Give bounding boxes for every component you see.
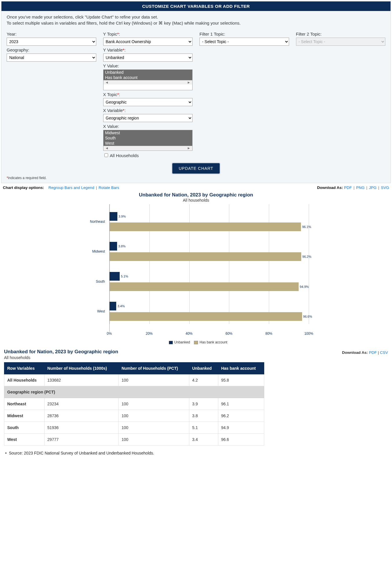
- column-year-geo: Year: 2023 Geography: National: [7, 30, 96, 158]
- chart-category-label: Northeast: [84, 207, 107, 237]
- table-row: West297771003.496.6: [4, 434, 264, 446]
- xvalue-multiselect[interactable]: MidwestSouthWest◄►: [103, 130, 193, 151]
- legend-label: Unbanked: [174, 340, 190, 344]
- rotate-link[interactable]: Rotate Bars: [99, 185, 119, 190]
- table-row: South519361005.194.9: [4, 422, 264, 434]
- chart-bar-value: 96.2%: [302, 255, 311, 258]
- chart-legend: UnbankedHas bank account: [3, 340, 389, 344]
- chart-subtitle: All households: [3, 198, 389, 203]
- data-table: Row VariablesNumber of Households (1000s…: [4, 362, 264, 446]
- table-subtitle: All households: [4, 355, 388, 360]
- yvariable-select[interactable]: Unbanked: [103, 54, 193, 62]
- multiselect-option[interactable]: Has bank account: [103, 75, 193, 80]
- table-header-cell: Has bank account: [218, 363, 264, 374]
- table-header-cell: Unbanked: [189, 363, 218, 374]
- ytopic-select[interactable]: Bank Account Ownership: [103, 38, 193, 46]
- table-header-cell: Number of Households (1000s): [44, 363, 119, 374]
- chart-bar: 96.1%: [110, 222, 301, 231]
- download-pdf-link[interactable]: PDF: [344, 185, 352, 190]
- chart-bar-value: 3.4%: [117, 304, 125, 308]
- chart-bar: 3.8%: [110, 242, 117, 251]
- download-jpg-link[interactable]: JPG: [369, 185, 376, 190]
- chart-x-tick: 80%: [265, 332, 272, 336]
- chart-x-tick: 0%: [107, 332, 112, 336]
- yvariable-label: Y Variable*:: [103, 47, 193, 52]
- legend-swatch: [194, 341, 198, 344]
- multiselect-option[interactable]: South: [103, 135, 193, 141]
- chart-x-tick: 60%: [225, 332, 232, 336]
- chart-x-tick: 40%: [186, 332, 193, 336]
- chart-title: Unbanked for Nation, 2023 by Geographic …: [3, 192, 389, 198]
- instruction-line-1: Once you've made your selections, click …: [7, 14, 385, 19]
- regroup-link[interactable]: Regroup Bars and Legend: [49, 185, 94, 190]
- panel-body: Once you've made your selections, click …: [1, 11, 391, 183]
- chart-bar-value: 3.9%: [119, 215, 126, 218]
- legend-label: Has bank account: [199, 340, 227, 344]
- download-png-link[interactable]: PNG: [356, 185, 365, 190]
- multiselect-option[interactable]: Unbanked: [103, 70, 193, 75]
- chart-bar: 96.6%: [110, 312, 302, 321]
- filter2-label: Filter 2 Topic:: [296, 32, 386, 36]
- year-select[interactable]: 2023: [7, 38, 96, 46]
- customize-panel: CUSTOMIZE CHART VARIABLES OR ADD FILTER …: [1, 1, 391, 183]
- table-row: All Households1336821004.295.8: [4, 374, 264, 386]
- download-table-label: Download As:: [342, 350, 368, 355]
- table-row: Northeast232341003.996.1: [4, 398, 264, 410]
- chart-bar-value: 94.9%: [300, 285, 309, 288]
- chart-bar-value: 5.1%: [121, 275, 128, 278]
- filter1-label: Filter 1 Topic:: [199, 32, 289, 36]
- download-csv-link[interactable]: CSV: [380, 350, 388, 355]
- chart-x-axis: 0%20%40%60%80%100%: [109, 332, 309, 337]
- chart-options-label: Chart display options:: [3, 185, 44, 190]
- chart-bar-value: 3.8%: [118, 244, 125, 248]
- xvariable-select[interactable]: Geographic region: [103, 114, 193, 122]
- legend-swatch: [169, 341, 173, 344]
- table-header-cell: Row Variables: [4, 363, 45, 374]
- geography-select[interactable]: National: [7, 54, 96, 62]
- download-chart-label: Download As:: [317, 185, 343, 190]
- table-row: Midwest287361003.896.2: [4, 410, 264, 422]
- download-pdf-link[interactable]: PDF: [369, 350, 377, 355]
- filter1-select[interactable]: - Select Topic -: [199, 38, 289, 46]
- xvariable-label: X Variable*:: [103, 108, 193, 113]
- table-section-row: Geographic region (PCT): [4, 386, 264, 398]
- filter2-select: - Select Topic -: [296, 38, 386, 46]
- chart-bar: 3.9%: [110, 212, 117, 221]
- xvalue-label: X Value:: [103, 124, 193, 129]
- ytopic-label: Y Topic*:: [103, 32, 193, 36]
- download-svg-link[interactable]: SVG: [381, 185, 389, 190]
- source-note: • Source: 2023 FDIC National Survey of U…: [10, 451, 388, 455]
- year-label: Year:: [7, 32, 96, 36]
- chart-category-label: West: [84, 297, 107, 327]
- required-note: *indicates a required field.: [7, 176, 385, 180]
- chart-category-label: Midwest: [84, 237, 107, 267]
- instruction-line-2: To select multiple values in variables a…: [7, 21, 385, 26]
- chart-bar: 5.1%: [110, 272, 120, 281]
- all-households-checkbox[interactable]: [104, 153, 108, 157]
- chart-bar-value: 96.1%: [302, 225, 311, 229]
- chart-x-tick: 20%: [146, 332, 153, 336]
- update-chart-button[interactable]: UPDATE CHART: [172, 163, 220, 174]
- geography-label: Geography:: [7, 47, 96, 52]
- xtopic-select[interactable]: Geographic: [103, 98, 193, 106]
- yvalue-label: Y Value:: [103, 63, 193, 68]
- yvalue-multiselect[interactable]: UnbankedHas bank account◄►: [103, 69, 193, 90]
- all-households-label: All Households: [110, 153, 139, 158]
- chart-x-tick: 100%: [304, 332, 313, 336]
- chart-category-label: South: [84, 266, 107, 297]
- column-filter1: Filter 1 Topic: - Select Topic -: [199, 30, 289, 158]
- chart-bar: 94.9%: [110, 282, 299, 291]
- chart-options-bar: Chart display options: Regroup Bars and …: [0, 183, 392, 190]
- chart-plot: Northeast3.9%96.1%Midwest3.8%96.2%South5…: [109, 204, 309, 332]
- column-filter2: Filter 2 Topic: - Select Topic -: [296, 30, 386, 158]
- table-header-cell: Number of Households (PCT): [119, 363, 189, 374]
- chart-container: Unbanked for Nation, 2023 by Geographic …: [0, 190, 392, 344]
- table-title: Unbanked for Nation, 2023 by Geographic …: [4, 349, 118, 355]
- chart-bar: 96.2%: [110, 252, 301, 261]
- multiselect-option[interactable]: Midwest: [103, 130, 193, 135]
- multiselect-option[interactable]: West: [103, 141, 193, 146]
- column-xy: Y Topic*: Bank Account Ownership Y Varia…: [103, 30, 193, 158]
- panel-header: CUSTOMIZE CHART VARIABLES OR ADD FILTER: [1, 1, 391, 11]
- xtopic-label: X Topic*:: [103, 92, 193, 97]
- chart-bar: 3.4%: [110, 302, 116, 310]
